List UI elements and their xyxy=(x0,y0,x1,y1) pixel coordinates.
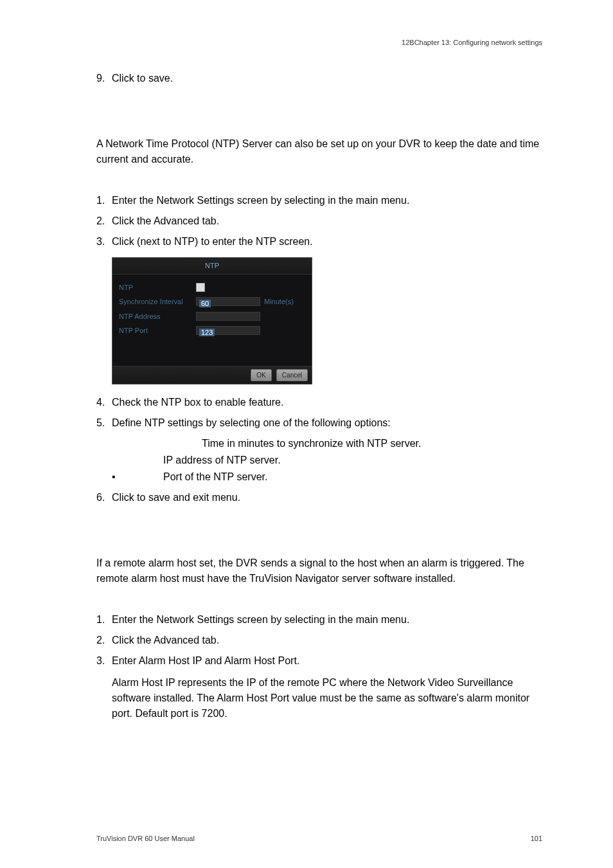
ntp-option-address: IP address of NTP server. xyxy=(112,453,542,468)
alarm-step-3: 3. Enter Alarm Host IP and Alarm Host Po… xyxy=(96,653,542,721)
alarm-step-1: 1. Enter the Network Settings screen by … xyxy=(96,612,542,628)
step-number: 3. xyxy=(96,653,112,721)
sync-interval-input[interactable]: 60 xyxy=(196,297,260,306)
step-text: Define NTP settings by selecting one of … xyxy=(112,415,542,431)
text: Click xyxy=(112,492,137,503)
text: in the main menu. xyxy=(328,195,409,206)
ntp-step-5: 5. Define NTP settings by selecting one … xyxy=(96,415,542,431)
step-number: 1. xyxy=(96,612,112,628)
ntp-checkbox[interactable] xyxy=(196,283,205,292)
text: Enter Alarm Host IP and Alarm Host Port. xyxy=(112,653,542,669)
step-text: Click the Advanced tab. xyxy=(112,213,542,229)
step-number: 2. xyxy=(96,213,112,229)
bullet xyxy=(112,453,125,468)
row-sync-interval: Synchronize Interval 60 Minute(s) xyxy=(119,296,305,307)
input-value: 60 xyxy=(199,300,211,307)
text: to save and exit menu. xyxy=(137,492,240,503)
step-text: Click (next to NTP) to enter the NTP scr… xyxy=(112,234,542,249)
text: (next to NTP) to enter the NTP screen. xyxy=(137,236,313,247)
step-9: 9. Click to save. xyxy=(96,71,542,86)
step-text: Click the Advanced tab. xyxy=(112,633,542,648)
step-text: Enter the Network Settings screen by sel… xyxy=(112,193,542,208)
running-header: 12BChapter 13: Configuring network setti… xyxy=(402,39,542,46)
step-text: Click to save and exit menu. xyxy=(112,490,542,505)
step-number: 4. xyxy=(96,395,112,410)
text: to save. xyxy=(137,73,173,84)
text: Click xyxy=(112,73,137,84)
dialog-footer: OK Cancel xyxy=(112,366,312,384)
step-number: 6. xyxy=(96,490,112,505)
ok-button[interactable]: OK xyxy=(251,369,271,381)
sync-unit: Minute(s) xyxy=(264,296,294,307)
step-number: 3. xyxy=(96,234,112,249)
footer-title: TruVision DVR 60 User Manual xyxy=(96,835,195,842)
dialog-title: NTP xyxy=(112,258,312,275)
step-text: Enter Alarm Host IP and Alarm Host Port.… xyxy=(112,653,542,721)
step-text: Click to save. xyxy=(112,71,542,86)
row-ntp-enable: NTP xyxy=(119,282,305,293)
step-detail: Alarm Host IP represents the IP of the r… xyxy=(112,675,542,721)
alarm-intro-paragraph: If a remote alarm host set, the DVR send… xyxy=(96,556,542,586)
step-text: Check the NTP box to enable feature. xyxy=(112,395,542,410)
label-ntp: NTP xyxy=(119,282,196,293)
ntp-address-input[interactable] xyxy=(196,312,260,321)
page-number: 101 xyxy=(531,835,542,842)
ntp-option-sync: Time in minutes to synchronize with NTP … xyxy=(112,436,542,451)
ntp-step-4: 4. Check the NTP box to enable feature. xyxy=(96,395,542,410)
label-ntp-port: NTP Port xyxy=(119,325,196,336)
alarm-step-2: 2. Click the Advanced tab. xyxy=(96,633,542,648)
page-content: 9. Click to save. A Network Time Protoco… xyxy=(96,71,542,721)
ntp-option-port: • Port of the NTP server. xyxy=(112,469,542,485)
option-text: IP address of NTP server. xyxy=(125,453,542,468)
ntp-dialog-screenshot: NTP NTP Synchronize Interval 60 Minute(s… xyxy=(112,257,312,384)
page-footer: TruVision DVR 60 User Manual 101 xyxy=(96,835,542,842)
ntp-intro-paragraph: A Network Time Protocol (NTP) Server can… xyxy=(96,136,542,167)
option-text: Port of the NTP server. xyxy=(125,469,542,485)
bullet: • xyxy=(112,469,125,485)
step-number: 5. xyxy=(96,415,112,431)
text: Enter the Network Settings screen by sel… xyxy=(112,614,328,625)
text: Enter the Network Settings screen by sel… xyxy=(112,195,328,206)
ntp-step-3: 3. Click (next to NTP) to enter the NTP … xyxy=(96,234,542,249)
row-ntp-port: NTP Port 123 xyxy=(119,325,305,336)
text: Click xyxy=(112,236,137,247)
text: in the main menu. xyxy=(328,614,409,625)
step-text: Enter the Network Settings screen by sel… xyxy=(112,612,542,628)
step-number: 1. xyxy=(96,193,112,208)
ntp-step-2: 2. Click the Advanced tab. xyxy=(96,213,542,229)
dialog-body: NTP Synchronize Interval 60 Minute(s) NT… xyxy=(112,275,312,366)
bullet xyxy=(112,436,125,451)
label-sync-interval: Synchronize Interval xyxy=(119,296,196,307)
cancel-button[interactable]: Cancel xyxy=(276,369,308,381)
input-value: 123 xyxy=(199,329,215,336)
row-ntp-address: NTP Address xyxy=(119,311,305,322)
ntp-step-6: 6. Click to save and exit menu. xyxy=(96,490,542,505)
step-number: 2. xyxy=(96,633,112,648)
step-number: 9. xyxy=(96,71,112,86)
option-text: Time in minutes to synchronize with NTP … xyxy=(125,436,542,451)
ntp-port-input[interactable]: 123 xyxy=(196,326,260,335)
label-ntp-address: NTP Address xyxy=(119,311,196,322)
ntp-step-1: 1. Enter the Network Settings screen by … xyxy=(96,193,542,208)
